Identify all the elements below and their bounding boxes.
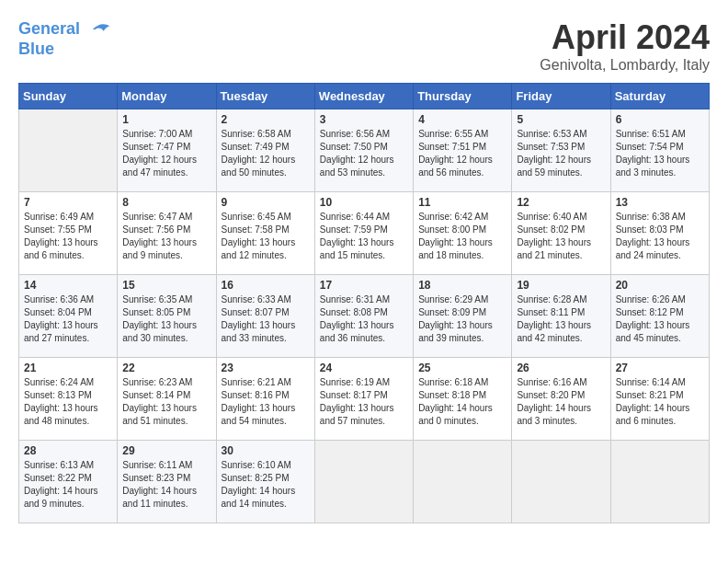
logo-bird-icon xyxy=(88,18,114,40)
day-number: 15 xyxy=(122,279,210,292)
day-info: Sunrise: 6:11 AMSunset: 8:23 PMDaylight:… xyxy=(122,459,210,511)
logo-blue: Blue xyxy=(18,40,114,59)
day-number: 6 xyxy=(616,113,704,126)
day-number: 14 xyxy=(24,279,112,292)
day-info: Sunrise: 6:53 AMSunset: 7:53 PMDaylight:… xyxy=(517,128,605,179)
calendar-cell: 19Sunrise: 6:28 AMSunset: 8:11 PMDayligh… xyxy=(512,275,610,358)
day-number: 10 xyxy=(320,196,408,209)
title-block: April 2024 Genivolta, Lombardy, Italy xyxy=(540,18,710,74)
day-info: Sunrise: 6:55 AMSunset: 7:51 PMDaylight:… xyxy=(418,128,506,179)
calendar-cell: 29Sunrise: 6:11 AMSunset: 8:23 PMDayligh… xyxy=(118,441,216,523)
day-number: 8 xyxy=(122,196,210,209)
day-number: 5 xyxy=(517,113,605,126)
logo-general: General xyxy=(18,19,80,38)
calendar-cell: 2Sunrise: 6:58 AMSunset: 7:49 PMDaylight… xyxy=(216,109,314,192)
calendar-cell: 15Sunrise: 6:35 AMSunset: 8:05 PMDayligh… xyxy=(118,275,216,358)
month-title: April 2024 xyxy=(540,18,710,57)
subtitle: Genivolta, Lombardy, Italy xyxy=(540,57,710,74)
day-info: Sunrise: 6:33 AMSunset: 8:07 PMDaylight:… xyxy=(222,293,310,345)
logo: General Blue xyxy=(18,18,114,59)
day-number: 4 xyxy=(418,113,506,126)
day-info: Sunrise: 6:40 AMSunset: 8:02 PMDaylight:… xyxy=(517,211,605,262)
calendar-cell xyxy=(314,441,413,523)
calendar-week-row: 7Sunrise: 6:49 AMSunset: 7:55 PMDaylight… xyxy=(19,192,710,275)
calendar-cell: 11Sunrise: 6:42 AMSunset: 8:00 PMDayligh… xyxy=(414,192,512,275)
day-info: Sunrise: 6:16 AMSunset: 8:20 PMDaylight:… xyxy=(517,376,605,428)
calendar-cell: 21Sunrise: 6:24 AMSunset: 8:13 PMDayligh… xyxy=(19,358,118,441)
calendar-cell: 9Sunrise: 6:45 AMSunset: 7:58 PMDaylight… xyxy=(216,192,314,275)
day-number: 29 xyxy=(122,444,210,457)
day-number: 18 xyxy=(418,279,506,292)
day-info: Sunrise: 6:35 AMSunset: 8:05 PMDaylight:… xyxy=(122,293,210,345)
day-info: Sunrise: 7:00 AMSunset: 7:47 PMDaylight:… xyxy=(122,128,210,179)
page-header: General Blue April 2024 Genivolta, Lomba… xyxy=(18,18,710,74)
day-info: Sunrise: 6:18 AMSunset: 8:18 PMDaylight:… xyxy=(418,376,506,428)
calendar-cell: 22Sunrise: 6:23 AMSunset: 8:14 PMDayligh… xyxy=(118,358,216,441)
calendar-cell xyxy=(414,441,512,523)
day-info: Sunrise: 6:21 AMSunset: 8:16 PMDaylight:… xyxy=(222,376,310,428)
calendar-cell: 17Sunrise: 6:31 AMSunset: 8:08 PMDayligh… xyxy=(314,275,413,358)
weekday-header: Monday xyxy=(118,84,216,109)
day-number: 25 xyxy=(418,362,506,374)
day-info: Sunrise: 6:58 AMSunset: 7:49 PMDaylight:… xyxy=(222,128,310,179)
calendar-cell: 8Sunrise: 6:47 AMSunset: 7:56 PMDaylight… xyxy=(118,192,216,275)
calendar-cell: 25Sunrise: 6:18 AMSunset: 8:18 PMDayligh… xyxy=(414,358,512,441)
day-info: Sunrise: 6:51 AMSunset: 7:54 PMDaylight:… xyxy=(616,128,704,179)
calendar-week-row: 1Sunrise: 7:00 AMSunset: 7:47 PMDaylight… xyxy=(19,109,710,192)
calendar-header: SundayMondayTuesdayWednesdayThursdayFrid… xyxy=(19,84,710,109)
calendar-cell: 27Sunrise: 6:14 AMSunset: 8:21 PMDayligh… xyxy=(610,358,709,441)
weekday-header: Tuesday xyxy=(216,84,314,109)
day-info: Sunrise: 6:24 AMSunset: 8:13 PMDaylight:… xyxy=(24,376,112,428)
calendar-week-row: 14Sunrise: 6:36 AMSunset: 8:04 PMDayligh… xyxy=(19,275,710,358)
calendar-cell xyxy=(19,109,118,192)
day-info: Sunrise: 6:28 AMSunset: 8:11 PMDaylight:… xyxy=(517,293,605,345)
calendar-cell: 1Sunrise: 7:00 AMSunset: 7:47 PMDaylight… xyxy=(118,109,216,192)
day-number: 12 xyxy=(517,196,605,209)
day-info: Sunrise: 6:36 AMSunset: 8:04 PMDaylight:… xyxy=(24,293,112,345)
day-info: Sunrise: 6:56 AMSunset: 7:50 PMDaylight:… xyxy=(320,128,408,179)
calendar-cell: 5Sunrise: 6:53 AMSunset: 7:53 PMDaylight… xyxy=(512,109,610,192)
day-number: 24 xyxy=(320,362,408,374)
day-info: Sunrise: 6:45 AMSunset: 7:58 PMDaylight:… xyxy=(222,211,310,262)
weekday-header: Sunday xyxy=(19,84,118,109)
day-number: 7 xyxy=(24,196,112,209)
calendar-cell: 4Sunrise: 6:55 AMSunset: 7:51 PMDaylight… xyxy=(414,109,512,192)
calendar-cell: 16Sunrise: 6:33 AMSunset: 8:07 PMDayligh… xyxy=(216,275,314,358)
weekday-header: Saturday xyxy=(610,84,709,109)
day-number: 22 xyxy=(122,362,210,374)
logo-text: General xyxy=(18,18,114,40)
day-info: Sunrise: 6:47 AMSunset: 7:56 PMDaylight:… xyxy=(122,211,210,262)
calendar-cell: 13Sunrise: 6:38 AMSunset: 8:03 PMDayligh… xyxy=(610,192,709,275)
day-number: 2 xyxy=(222,113,310,126)
day-number: 16 xyxy=(222,279,310,292)
day-number: 21 xyxy=(24,362,112,374)
calendar-cell: 10Sunrise: 6:44 AMSunset: 7:59 PMDayligh… xyxy=(314,192,413,275)
calendar-cell: 18Sunrise: 6:29 AMSunset: 8:09 PMDayligh… xyxy=(414,275,512,358)
header-row: SundayMondayTuesdayWednesdayThursdayFrid… xyxy=(19,84,710,109)
day-number: 17 xyxy=(320,279,408,292)
day-info: Sunrise: 6:13 AMSunset: 8:22 PMDaylight:… xyxy=(24,459,112,511)
calendar-week-row: 21Sunrise: 6:24 AMSunset: 8:13 PMDayligh… xyxy=(19,358,710,441)
day-number: 3 xyxy=(320,113,408,126)
weekday-header: Thursday xyxy=(414,84,512,109)
calendar-cell: 14Sunrise: 6:36 AMSunset: 8:04 PMDayligh… xyxy=(19,275,118,358)
day-info: Sunrise: 6:29 AMSunset: 8:09 PMDaylight:… xyxy=(418,293,506,345)
day-number: 23 xyxy=(222,362,310,374)
day-number: 27 xyxy=(616,362,704,374)
calendar-cell: 24Sunrise: 6:19 AMSunset: 8:17 PMDayligh… xyxy=(314,358,413,441)
day-info: Sunrise: 6:14 AMSunset: 8:21 PMDaylight:… xyxy=(616,376,704,428)
day-number: 11 xyxy=(418,196,506,209)
calendar-cell: 7Sunrise: 6:49 AMSunset: 7:55 PMDaylight… xyxy=(19,192,118,275)
day-info: Sunrise: 6:31 AMSunset: 8:08 PMDaylight:… xyxy=(320,293,408,345)
calendar-cell: 23Sunrise: 6:21 AMSunset: 8:16 PMDayligh… xyxy=(216,358,314,441)
calendar-cell: 20Sunrise: 6:26 AMSunset: 8:12 PMDayligh… xyxy=(610,275,709,358)
calendar-week-row: 28Sunrise: 6:13 AMSunset: 8:22 PMDayligh… xyxy=(19,441,710,523)
calendar-cell: 3Sunrise: 6:56 AMSunset: 7:50 PMDaylight… xyxy=(314,109,413,192)
calendar-cell: 26Sunrise: 6:16 AMSunset: 8:20 PMDayligh… xyxy=(512,358,610,441)
calendar-cell: 6Sunrise: 6:51 AMSunset: 7:54 PMDaylight… xyxy=(610,109,709,192)
calendar-cell xyxy=(512,441,610,523)
day-info: Sunrise: 6:44 AMSunset: 7:59 PMDaylight:… xyxy=(320,211,408,262)
calendar-table: SundayMondayTuesdayWednesdayThursdayFrid… xyxy=(18,83,710,523)
day-number: 19 xyxy=(517,279,605,292)
calendar-cell xyxy=(610,441,709,523)
